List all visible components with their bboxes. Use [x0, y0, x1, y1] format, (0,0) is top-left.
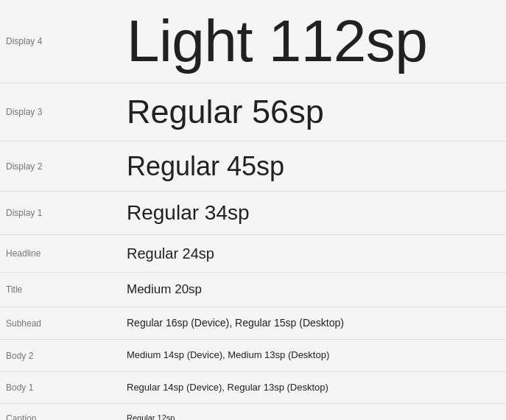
type-row-body2: Body 2Medium 14sp (Device), Medium 13sp … — [0, 340, 506, 371]
type-label-caption: Caption — [0, 413, 118, 420]
type-row-display4: Display 4Light 112sp — [0, 0, 506, 83]
type-row-subhead: SubheadRegular 16sp (Device), Regular 15… — [0, 307, 506, 340]
type-row-display3: Display 3Regular 56sp — [0, 83, 506, 141]
type-sample-subhead: Regular 16sp (Device), Regular 15sp (Des… — [118, 310, 506, 337]
type-label-body1: Body 1 — [0, 382, 118, 393]
type-sample-title: Medium 20sp — [118, 276, 506, 304]
type-row-display1: Display 1Regular 34sp — [0, 192, 506, 235]
type-row-title: TitleMedium 20sp — [0, 273, 506, 307]
type-label-display1: Display 1 — [0, 208, 118, 218]
type-label-headline: Headline — [0, 248, 118, 259]
type-row-body1: Body 1Regular 14sp (Device), Regular 13s… — [0, 372, 506, 404]
type-sample-display4: Light 112sp — [118, 3, 506, 80]
typography-scale: Display 4Light 112spDisplay 3Regular 56s… — [0, 0, 506, 420]
type-sample-headline: Regular 24sp — [118, 238, 506, 269]
type-row-headline: HeadlineRegular 24sp — [0, 235, 506, 273]
type-sample-body2: Medium 14sp (Device), Medium 13sp (Deskt… — [118, 343, 506, 368]
type-sample-caption: Regular 12sp — [118, 407, 506, 420]
type-sample-display1: Regular 34sp — [118, 195, 506, 231]
type-label-subhead: Subhead — [0, 318, 118, 329]
type-label-title: Title — [0, 284, 118, 295]
type-row-display2: Display 2Regular 45sp — [0, 141, 506, 192]
type-label-display3: Display 3 — [0, 107, 118, 117]
type-sample-display2: Regular 45sp — [118, 144, 506, 188]
type-row-caption: CaptionRegular 12sp — [0, 404, 506, 420]
type-label-body2: Body 2 — [0, 351, 118, 361]
type-sample-display3: Regular 56sp — [118, 86, 506, 138]
type-sample-body1: Regular 14sp (Device), Regular 13sp (Des… — [118, 375, 506, 400]
type-label-display2: Display 2 — [0, 161, 118, 172]
type-label-display4: Display 4 — [0, 36, 118, 46]
